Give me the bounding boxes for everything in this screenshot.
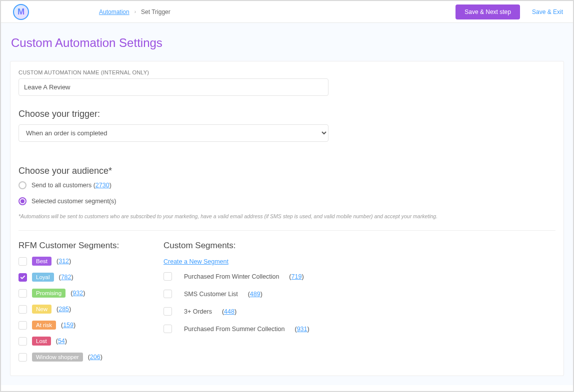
settings-card: CUSTOM AUTOMATION NAME (INTERNAL ONLY) C… [10,61,564,376]
segment-count: (489) [248,291,262,298]
radio-selected-segments[interactable] [18,197,26,205]
audience-all-label: Send to all customers (2730) [32,182,112,189]
segment-badge: Best [32,257,52,266]
segment-checkbox[interactable] [164,272,172,281]
custom-segment-row: Purchased From Winter Collection(719) [164,272,556,281]
audience-selected-label: Selected customer segment(s) [32,198,116,205]
segment-badge: At risk [32,321,56,330]
segment-count: (206) [88,354,102,361]
segment-checkbox[interactable] [164,325,172,333]
segment-badge: Promising [32,289,66,298]
divider [18,230,556,231]
segment-count: (931) [294,326,309,333]
segment-badge: Loyal [32,273,54,282]
segment-checkbox[interactable] [164,290,172,298]
segment-count: (54) [56,338,67,345]
trigger-select[interactable]: When an order is completed [18,124,328,142]
segment-checkbox[interactable] [18,305,27,314]
automation-name-input[interactable] [18,78,328,96]
custom-segment-name: Purchased From Summer Collection [184,326,284,333]
breadcrumb-current: Set Trigger [141,8,170,15]
create-new-segment-link[interactable]: Create a New Segment [164,258,228,265]
breadcrumb: Automation › Set Trigger [99,8,170,15]
audience-all-row[interactable]: Send to all customers (2730) [18,181,556,189]
segment-count: (285) [56,306,71,313]
custom-segment-row: Purchased From Summer Collection(931) [164,325,556,333]
custom-segments-title: Custom Segments: [164,241,556,251]
segment-checkbox[interactable] [18,321,27,330]
rfm-segment-row: At risk(159) [18,321,138,330]
custom-segment-name: 3+ Orders [184,308,212,315]
audience-note: *Automations will be sent to customers w… [18,213,556,219]
rfm-segments-title: RFM Customer Segments: [18,241,138,251]
segment-badge: Window shopper [32,353,83,362]
rfm-segment-row: Promising(932) [18,289,138,298]
header-bar: M Automation › Set Trigger Save & Next s… [1,1,573,23]
segment-count: (932) [70,290,85,297]
custom-segment-name: SMS Customer List [184,291,238,298]
segment-count: (782) [59,274,74,281]
segment-count: (719) [289,273,304,280]
radio-all-customers[interactable] [18,181,26,189]
segment-checkbox[interactable] [18,353,27,362]
segment-count-link[interactable]: 932 [72,290,83,297]
audience-title: Choose your audience* [18,166,556,176]
segment-badge: Lost [32,337,51,346]
breadcrumb-automation-link[interactable]: Automation [99,8,130,15]
rfm-segment-row: Best(312) [18,257,138,266]
rfm-segment-row: Lost(54) [18,337,138,346]
automation-name-label: CUSTOM AUTOMATION NAME (INTERNAL ONLY) [18,69,556,75]
logo-icon: M [13,4,29,20]
segment-count-link[interactable]: 782 [61,274,72,281]
save-exit-link[interactable]: Save & Exit [532,8,563,15]
segment-count-link[interactable]: 931 [297,326,308,333]
segment-count: (312) [56,258,71,265]
trigger-title: Choose your trigger: [18,109,556,119]
segment-checkbox[interactable] [164,307,172,316]
segment-checkbox[interactable] [18,337,27,346]
segment-badge: New [32,305,52,314]
segment-count-link[interactable]: 312 [58,258,69,265]
segment-count: (159) [61,322,76,329]
segment-count-link[interactable]: 448 [224,308,234,315]
segment-count-link[interactable]: 719 [292,273,302,280]
rfm-segment-row: New(285) [18,305,138,314]
segment-count-link[interactable]: 159 [63,322,74,329]
segment-checkbox[interactable] [18,257,27,266]
audience-selected-row[interactable]: Selected customer segment(s) [18,197,556,205]
segment-count-link[interactable]: 54 [58,338,65,345]
custom-segment-name: Purchased From Winter Collection [184,273,279,280]
chevron-right-icon: › [134,9,136,14]
segment-checkbox[interactable] [18,273,27,282]
save-next-button[interactable]: Save & Next step [456,4,520,19]
segment-count-link[interactable]: 285 [58,306,69,313]
rfm-segment-row: Loyal(782) [18,273,138,282]
custom-segment-row: SMS Customer List(489) [164,290,556,298]
page-title: Custom Automation Settings [11,36,564,50]
segment-count: (448) [222,308,236,315]
segment-count-link[interactable]: 489 [250,291,260,298]
rfm-segment-row: Window shopper(206) [18,353,138,362]
all-customers-count-link[interactable]: 2730 [96,182,110,189]
segment-checkbox[interactable] [18,289,27,298]
custom-segment-row: 3+ Orders(448) [164,307,556,316]
segment-count-link[interactable]: 206 [90,354,100,361]
